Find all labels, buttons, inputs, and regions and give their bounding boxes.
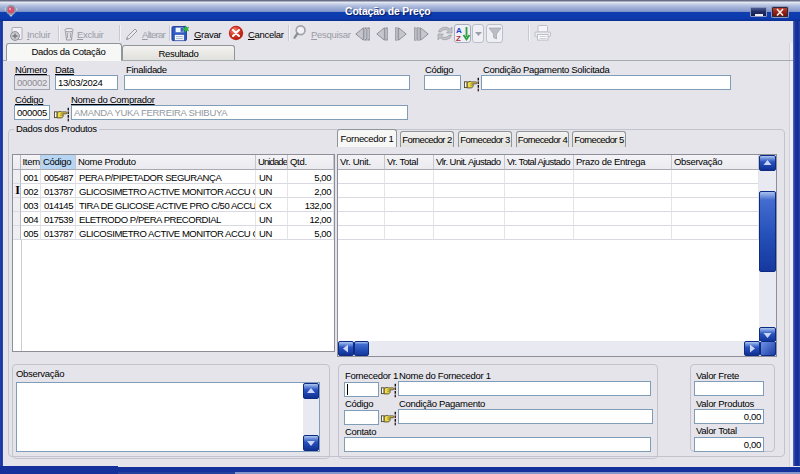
svg-text:Z: Z <box>456 34 461 43</box>
